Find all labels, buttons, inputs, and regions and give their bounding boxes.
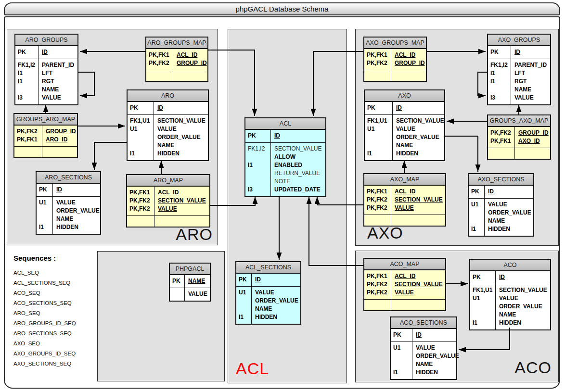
key-cell: I1: [239, 313, 250, 321]
AXO_SECTIONS-pk-section: PKID: [469, 186, 533, 199]
field-cell: PARENT_ID: [42, 61, 77, 69]
field-cell: HIDDEN: [499, 319, 549, 327]
table-AXO: AXOPKIDFK1,U1U1 I1SECTION_VALUEVALUEORDE…: [364, 89, 445, 161]
key-cell: U1: [367, 125, 391, 133]
field-cell: LFT: [42, 69, 77, 77]
key-cell: PK,FK1: [129, 189, 153, 197]
field-cell: HIDDEN: [56, 223, 100, 231]
key-cell: [39, 215, 51, 223]
key-cell: PK: [473, 273, 494, 281]
key-cell: PK,FK2: [367, 280, 390, 289]
field-cell: NAME: [56, 215, 100, 223]
field-cell: VALUE: [42, 94, 77, 102]
key-cell: PK: [39, 186, 51, 194]
field-cell: ORDER_VALUE: [255, 297, 299, 305]
key-cell: U1: [473, 294, 494, 303]
field-cell: HIDDEN: [157, 150, 207, 158]
ACL_SECTIONS-pk-section: PKID: [236, 274, 300, 287]
key-cell: I1: [367, 150, 391, 158]
key-cell: PK: [471, 188, 483, 196]
key-cell: U1: [393, 344, 411, 352]
ACL-pk-section: PKID: [245, 130, 325, 143]
key-cell: I1: [18, 69, 37, 77]
field-cell: UPDATED_DATE: [274, 186, 324, 194]
field-cell: ALLOW: [274, 153, 324, 161]
table-ACL-title: ACL: [245, 118, 325, 130]
field-cell: HIDDEN: [255, 313, 299, 321]
table-PHPGACL: PHPGACLPKNAME VALUE: [169, 263, 211, 302]
key-cell: [393, 352, 411, 360]
key-cell: FK1,U1: [130, 117, 153, 125]
field-cell: VALUE: [395, 204, 444, 212]
field-cell: NAME: [416, 360, 459, 368]
group-label-acl: ACL: [236, 359, 269, 378]
key-cell: [172, 290, 183, 298]
key-cell: [473, 303, 494, 311]
field-cell: ORDER_VALUE: [488, 209, 532, 217]
table-AXO-title: AXO: [365, 90, 444, 102]
key-cell: [39, 207, 51, 215]
key-cell: [473, 311, 494, 319]
ARO_SECTIONS-body-section: U1 I1VALUEORDER_VALUENAMEHIDDEN: [37, 197, 100, 234]
key-cell: PK: [239, 276, 250, 284]
key-cell: [367, 141, 391, 150]
sequence-item: AXO_SEQ: [13, 339, 98, 349]
field-cell: NAME: [255, 305, 299, 313]
sequence-item: ACL_SECTIONS_SEQ: [13, 278, 98, 288]
key-cell: [130, 133, 153, 141]
field-cell: ID: [514, 48, 549, 56]
ACO_SECTIONS-pk-section: PKID: [391, 329, 456, 342]
table-ACO_SECTIONS: ACO_SECTIONSPKIDU1 I1VALUEORDER_VALUENAM…: [390, 316, 457, 380]
field-cell: NAME: [514, 86, 549, 94]
ARO_GROUPS-pk-section: PKID: [15, 46, 77, 59]
key-cell: [393, 360, 411, 368]
table-ARO_SECTIONS-title: ARO_SECTIONS: [37, 172, 100, 184]
field-cell: VALUE: [158, 205, 208, 213]
field-cell: ORDER_VALUE: [499, 303, 549, 311]
field-cell: VALUE: [395, 289, 444, 297]
table-ACL_SECTIONS: ACL_SECTIONSPKIDU1 I1VALUEORDER_VALUENAM…: [235, 261, 301, 325]
AXO_SECTIONS-body-section: U1 I1VALUEORDER_VALUENAMEHIDDEN: [469, 199, 533, 236]
table-AXO_SECTIONS-title: AXO_SECTIONS: [469, 174, 533, 186]
AXO_GROUPS-pk-section: PKID: [488, 46, 550, 59]
table-ACL: ACLPKIDFK1,I2 I1 I3SECTION_VALUEALLOWENA…: [244, 117, 326, 197]
PHPGACL-body-section: VALUE: [170, 288, 210, 301]
key-cell: FK1,U1: [367, 117, 391, 125]
group-label-aro: ARO: [176, 225, 213, 244]
field-cell: HIDDEN: [416, 368, 459, 377]
diagram-title: phpGACL Database Schema: [4, 2, 560, 15]
GROUPS_ARO_MAP-pk-section: PK,FK2PK,FK1GROUP_IDARO_ID: [14, 126, 77, 147]
field-cell: ID: [274, 132, 324, 140]
key-cell: [239, 297, 250, 305]
table-ACO_MAP-title: ACO_MAP: [364, 259, 445, 270]
field-cell: VALUE: [157, 125, 207, 133]
key-cell: PK: [490, 48, 510, 56]
key-cell: PK,FK2: [367, 204, 390, 212]
ACO-body-section: FK1,U1U1 I1SECTION_VALUEVALUEORDER_VALUE…: [470, 284, 550, 329]
sequences-list: Sequences : ACL_SEQACL_SECTIONS_SEQACO_S…: [13, 254, 98, 278]
sequence-item: ACO_SECTIONS_SEQ: [13, 298, 98, 308]
key-cell: I3: [18, 94, 37, 102]
field-cell: SECTION_VALUE: [274, 145, 324, 153]
key-cell: U1: [39, 199, 51, 207]
ACL_SECTIONS-body-section: U1 I1VALUEORDER_VALUENAMEHIDDEN: [236, 287, 300, 324]
key-cell: PK,FK1: [367, 272, 390, 280]
key-cell: [248, 153, 270, 161]
table-GROUPS_ARO_MAP-title: GROUPS_ARO_MAP: [14, 114, 77, 126]
field-cell: ARO_ID: [46, 136, 76, 144]
field-cell: ENABLED: [274, 161, 324, 169]
key-cell: PK: [393, 331, 411, 339]
ARO-pk-section: PKID: [128, 102, 208, 115]
table-ACO: ACOPKIDFK1,U1U1 I1SECTION_VALUEVALUEORDE…: [469, 259, 551, 330]
sequence-item: AXO_SECTIONS_SEQ: [13, 359, 98, 369]
key-cell: FK1,U1: [473, 286, 494, 294]
key-cell: PK,FK1: [17, 136, 41, 144]
key-cell: PK,FK2: [17, 127, 41, 136]
ACO-pk-section: PKID: [470, 271, 550, 284]
field-cell: ID: [42, 48, 77, 56]
table-ARO_GROUPS: ARO_GROUPSPKIDFK1,I2I1I1 I3PARENT_IDLFTR…: [14, 34, 78, 105]
field-cell: SECTION_VALUE: [158, 197, 208, 205]
GROUPS_AXO_MAP-pk-section: PK,FK2PK,FK1GROUP_IDAXO_ID: [488, 127, 550, 148]
field-cell: VALUE: [514, 94, 549, 102]
field-cell: SECTION_VALUE: [395, 196, 444, 204]
